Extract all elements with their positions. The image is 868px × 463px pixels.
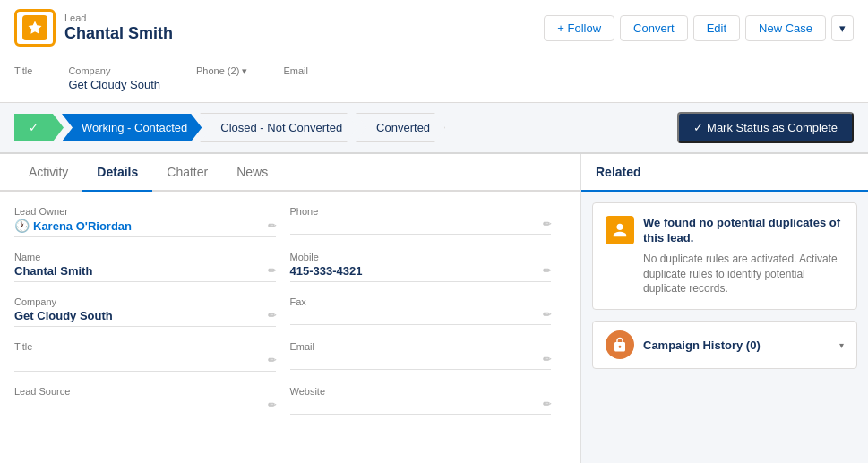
step-inactive-label-1: Closed - Not Converted — [220, 121, 342, 134]
duplicate-icon — [606, 216, 634, 244]
status-steps: ✓ Working - Contacted Closed - Not Conve… — [14, 113, 666, 142]
page-header: Lead Chantal Smith + Follow Convert Edit… — [0, 0, 868, 56]
status-bar: ✓ Working - Contacted Closed - Not Conve… — [0, 103, 868, 154]
campaign-card-header[interactable]: Campaign History (0) ▾ — [593, 322, 856, 368]
tab-news[interactable]: News — [222, 154, 282, 192]
person-icon — [612, 222, 628, 238]
edit-website-icon[interactable]: ✏ — [543, 399, 551, 410]
tab-activity[interactable]: Activity — [14, 154, 82, 192]
lead-owner-link[interactable]: Karena O'Riordan — [33, 219, 132, 233]
value-title: ✏ — [14, 354, 276, 372]
tab-chatter[interactable]: Chatter — [152, 154, 222, 192]
convert-button[interactable]: Convert — [620, 15, 688, 41]
duplicate-card: We found no potential duplicates of this… — [592, 202, 857, 310]
step-working-contacted[interactable]: Working - Contacted — [62, 114, 202, 141]
header-actions: + Follow Convert Edit New Case ▾ — [544, 15, 854, 41]
meta-field-email: Email — [283, 65, 308, 91]
detail-col-lead-owner: Lead Owner 🕐 Karena O'Riordan ✏ — [14, 206, 290, 237]
step-converted[interactable]: Converted — [356, 113, 445, 142]
edit-mobile-icon[interactable]: ✏ — [543, 265, 551, 277]
edit-lead-owner-icon[interactable]: ✏ — [268, 220, 276, 232]
duplicate-text-group: We found no potential duplicates of this… — [643, 216, 844, 296]
new-case-button[interactable]: New Case — [745, 15, 826, 41]
label-mobile: Mobile — [290, 252, 552, 262]
more-actions-button[interactable]: ▾ — [831, 15, 854, 41]
detail-row-2: Name Chantal Smith ✏ Mobile 415-333-4321… — [14, 252, 565, 282]
edit-button[interactable]: Edit — [693, 15, 740, 41]
detail-row-1: Lead Owner 🕐 Karena O'Riordan ✏ Phone ✏ — [14, 206, 565, 237]
edit-fax-icon[interactable]: ✏ — [543, 309, 551, 321]
step-completed[interactable]: ✓ — [14, 114, 64, 141]
detail-row-5: Lead Source ✏ Website ✏ — [14, 386, 565, 416]
details-content: Lead Owner 🕐 Karena O'Riordan ✏ Phone ✏ — [0, 192, 580, 445]
lead-icon-wrapper — [14, 9, 56, 47]
edit-lead-source-icon[interactable]: ✏ — [268, 399, 276, 411]
meta-label-company: Company — [68, 65, 160, 76]
value-fax: ✏ — [290, 309, 552, 325]
meta-label-phone: Phone (2) ▾ — [196, 65, 247, 77]
campaign-chevron-icon[interactable]: ▾ — [839, 340, 844, 350]
lead-title-group: Lead Chantal Smith — [64, 13, 173, 43]
detail-col-fax: Fax ✏ — [290, 296, 566, 327]
follow-button[interactable]: + Follow — [544, 15, 614, 41]
campaign-title: Campaign History (0) — [643, 339, 761, 352]
label-phone: Phone — [290, 206, 552, 217]
label-lead-owner: Lead Owner — [14, 206, 276, 217]
edit-name-icon[interactable]: ✏ — [268, 265, 276, 277]
detail-col-email: Email ✏ — [290, 341, 566, 372]
name-value: Chantal Smith — [14, 264, 92, 278]
clock-icon: 🕐 — [14, 219, 30, 233]
duplicate-description: No duplicate rules are activated. Activa… — [643, 252, 844, 296]
content-area: Activity Details Chatter News Lead Owner — [0, 154, 868, 463]
star-icon — [27, 20, 43, 36]
edit-company-icon[interactable]: ✏ — [268, 310, 276, 322]
value-name: Chantal Smith ✏ — [14, 264, 276, 282]
detail-col-name: Name Chantal Smith ✏ — [14, 252, 290, 282]
value-phone: ✏ — [290, 219, 552, 235]
header-left: Lead Chantal Smith — [14, 9, 173, 47]
left-panel: Activity Details Chatter News Lead Owner — [0, 154, 581, 463]
label-title: Title — [14, 341, 276, 352]
campaign-left: Campaign History (0) — [606, 330, 761, 359]
value-lead-owner: 🕐 Karena O'Riordan ✏ — [14, 219, 276, 237]
step-completed-label: ✓ — [29, 121, 39, 134]
tabs: Activity Details Chatter News — [0, 154, 580, 192]
meta-field-title: Title — [14, 65, 32, 91]
detail-col-website: Website ✏ — [290, 386, 566, 416]
lead-source-value — [14, 399, 18, 412]
detail-col-mobile: Mobile 415-333-4321 ✏ — [290, 252, 566, 282]
edit-title-icon[interactable]: ✏ — [268, 355, 276, 366]
campaign-icon — [606, 330, 634, 359]
detail-row-3: Company Get Cloudy South ✏ Fax ✏ — [14, 296, 565, 327]
label-company: Company — [14, 296, 276, 307]
detail-col-company: Company Get Cloudy South ✏ — [14, 296, 290, 327]
value-email: ✏ — [290, 354, 552, 370]
meta-value-company: Get Cloudy South — [68, 78, 160, 91]
meta-label-email: Email — [283, 65, 308, 76]
meta-row: Title Company Get Cloudy South Phone (2)… — [0, 56, 868, 103]
tab-details[interactable]: Details — [82, 154, 152, 192]
page-title: Chantal Smith — [64, 24, 173, 43]
detail-col-lead-source: Lead Source ✏ — [14, 386, 290, 416]
value-mobile: 415-333-4321 ✏ — [290, 264, 552, 282]
campaign-card: Campaign History (0) ▾ — [592, 321, 857, 369]
value-company: Get Cloudy South ✏ — [14, 309, 276, 327]
label-name: Name — [14, 252, 276, 262]
record-type-label: Lead — [64, 13, 173, 23]
meta-label-title: Title — [14, 65, 32, 76]
mark-status-complete-button[interactable]: ✓ Mark Status as Complete — [677, 112, 854, 143]
mobile-value: 415-333-4321 — [290, 264, 363, 278]
lead-icon — [22, 15, 47, 40]
right-panel: Related We found no potential duplicates… — [581, 154, 868, 463]
value-website: ✏ — [290, 399, 552, 415]
step-active-label: Working - Contacted — [82, 121, 187, 134]
title-value — [14, 354, 18, 367]
related-header-container: Related — [581, 154, 868, 192]
step-closed-not-converted[interactable]: Closed - Not Converted — [200, 113, 357, 142]
edit-phone-icon[interactable]: ✏ — [543, 219, 551, 230]
edit-email-icon[interactable]: ✏ — [543, 354, 551, 365]
label-fax: Fax — [290, 296, 552, 307]
meta-field-phone: Phone (2) ▾ — [196, 65, 247, 91]
duplicate-card-header: We found no potential duplicates of this… — [606, 216, 844, 296]
detail-row-4: Title ✏ Email ✏ — [14, 341, 565, 372]
